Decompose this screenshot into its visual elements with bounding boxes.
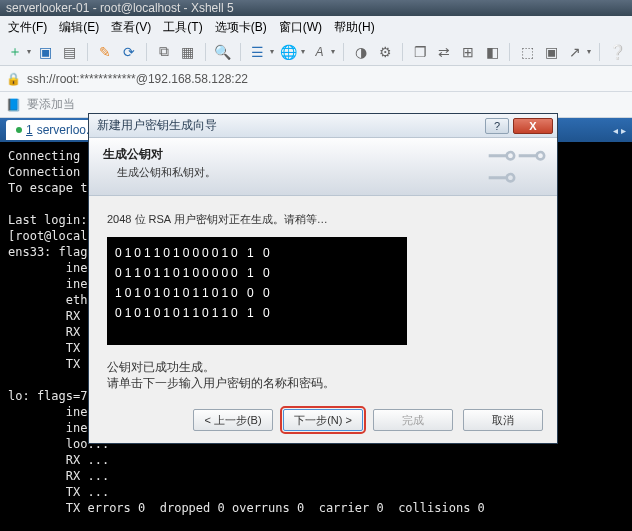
- dialog-header: 生成公钥对 生成公钥和私钥对。 ⊸⊸⊸: [89, 138, 557, 196]
- dialog-subheading: 生成公钥和私钥对。: [117, 165, 543, 180]
- menu-window[interactable]: 窗口(W): [279, 19, 322, 36]
- finish-button: 完成: [373, 409, 453, 431]
- n6-icon[interactable]: ▣: [542, 43, 560, 61]
- dialog-help-button[interactable]: ?: [485, 118, 509, 134]
- menu-view[interactable]: 查看(V): [111, 19, 151, 36]
- app-title: serverlooker-01 - root@localhost - Xshel…: [6, 1, 234, 15]
- done-text: 公钥对已成功生成。 请单击下一步输入用户密钥的名称和密码。: [107, 359, 539, 391]
- done-line1: 公钥对已成功生成。: [107, 359, 539, 375]
- fullscreen-icon[interactable]: ◑: [352, 43, 370, 61]
- n1-icon[interactable]: ❐: [411, 43, 429, 61]
- bookmark-hint: 要添加当: [27, 96, 75, 113]
- dropdown-icon[interactable]: ▾: [27, 47, 31, 56]
- menu-file[interactable]: 文件(F): [8, 19, 47, 36]
- next-button[interactable]: 下一步(N) >: [283, 409, 363, 431]
- props-icon[interactable]: ☰: [249, 43, 267, 61]
- dropdown-icon[interactable]: ▾: [587, 47, 591, 56]
- menu-tab[interactable]: 选项卡(B): [215, 19, 267, 36]
- n3-icon[interactable]: ⊞: [459, 43, 477, 61]
- tab-nav-icon[interactable]: ◂ ▸: [613, 125, 626, 136]
- reconnect-icon[interactable]: ⟳: [120, 43, 138, 61]
- dialog-heading: 生成公钥对: [103, 146, 543, 163]
- generating-text: 2048 位 RSA 用户密钥对正在生成。请稍等…: [107, 212, 539, 227]
- back-button[interactable]: < 上一步(B): [193, 409, 273, 431]
- help-icon[interactable]: ❔: [608, 43, 626, 61]
- keygen-wizard-dialog: 新建用户密钥生成向导 ? X 生成公钥对 生成公钥和私钥对。 ⊸⊸⊸ 2048 …: [88, 113, 558, 444]
- dialog-body: 2048 位 RSA 用户密钥对正在生成。请稍等… 0101101000010 …: [89, 196, 557, 397]
- binary-row: 0110110100000 1 0: [115, 263, 399, 283]
- status-dot-icon: [16, 127, 22, 133]
- toolbar: ＋▾ ▣ ▤ ✎ ⟳ ⧉ ▦ 🔍 ☰▾ 🌐▾ A▾ ◑ ⚙ ❐ ⇄ ⊞ ◧ ⬚ …: [0, 38, 632, 66]
- menubar: 文件(F) 编辑(E) 查看(V) 工具(T) 选项卡(B) 窗口(W) 帮助(…: [0, 16, 632, 38]
- binary-row: 1010101011010 0 0: [115, 283, 399, 303]
- done-line2: 请单击下一步输入用户密钥的名称和密码。: [107, 375, 539, 391]
- paste-icon[interactable]: ▦: [179, 43, 197, 61]
- n4-icon[interactable]: ◧: [483, 43, 501, 61]
- globe-icon[interactable]: 🌐: [280, 43, 298, 61]
- find-icon[interactable]: 🔍: [214, 43, 232, 61]
- open-icon[interactable]: ▣: [37, 43, 55, 61]
- copy-icon[interactable]: ⧉: [155, 43, 173, 61]
- dialog-buttons: < 上一步(B) 下一步(N) > 完成 取消: [89, 397, 557, 443]
- address-bar[interactable]: 🔒 ssh://root:************@192.168.58.128…: [0, 66, 632, 92]
- new-session-icon[interactable]: ＋: [6, 43, 24, 61]
- tab-index: 1: [26, 123, 33, 137]
- address-url: ssh://root:************@192.168.58.128:2…: [27, 72, 248, 86]
- keys-icon: ⊸⊸⊸: [487, 144, 547, 188]
- save-icon[interactable]: ▤: [61, 43, 79, 61]
- n7-icon[interactable]: ↗: [566, 43, 584, 61]
- dropdown-icon[interactable]: ▾: [331, 47, 335, 56]
- bookmark-icon[interactable]: 📘: [6, 98, 21, 112]
- font-icon[interactable]: A: [311, 43, 329, 61]
- dropdown-icon[interactable]: ▾: [270, 47, 274, 56]
- dropdown-icon[interactable]: ▾: [301, 47, 305, 56]
- n5-icon[interactable]: ⬚: [518, 43, 536, 61]
- binary-row: 0101101000010 1 0: [115, 243, 399, 263]
- lock-icon: 🔒: [6, 72, 21, 86]
- settings-icon[interactable]: ⚙: [376, 43, 394, 61]
- n2-icon[interactable]: ⇄: [435, 43, 453, 61]
- menu-tool[interactable]: 工具(T): [163, 19, 202, 36]
- binary-animation: 0101101000010 1 0 0110110100000 1 0 1010…: [107, 237, 407, 345]
- binary-row: 0101010110110 1 0: [115, 303, 399, 323]
- menu-help[interactable]: 帮助(H): [334, 19, 375, 36]
- menu-edit[interactable]: 编辑(E): [59, 19, 99, 36]
- key-icon[interactable]: ✎: [96, 43, 114, 61]
- dialog-close-button[interactable]: X: [513, 118, 553, 134]
- cancel-button[interactable]: 取消: [463, 409, 543, 431]
- dialog-title: 新建用户密钥生成向导: [97, 117, 217, 134]
- app-titlebar: serverlooker-01 - root@localhost - Xshel…: [0, 0, 632, 16]
